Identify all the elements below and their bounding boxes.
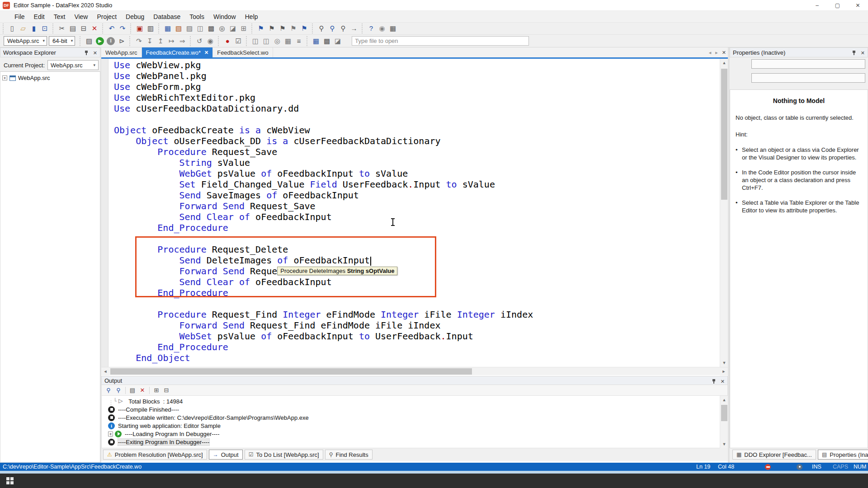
windows-start-icon[interactable] (6, 477, 14, 484)
pin-icon[interactable] (852, 50, 856, 56)
about-icon[interactable]: ◉ (377, 23, 387, 33)
call-stack-icon[interactable]: ◎ (272, 36, 282, 46)
find-in-files-icon[interactable]: ⚲ (338, 23, 348, 33)
compile-project-icon[interactable]: ▨ (84, 36, 94, 46)
step-out-icon[interactable]: ↥ (156, 36, 165, 46)
output-row[interactable]: ----Compile Finished---- (102, 405, 727, 413)
output-row[interactable]: +----Loading Program In Debugger---- (102, 430, 727, 438)
tab-output[interactable]: →Output (209, 450, 243, 460)
menu-window[interactable]: Window (209, 11, 241, 23)
layout-icon[interactable]: ▦ (388, 23, 398, 33)
scroll-tabs-left-icon[interactable]: ◂ (709, 50, 712, 56)
pin-icon[interactable] (84, 50, 89, 56)
editor-vertical-scrollbar[interactable]: ▲ ▼ (720, 59, 728, 367)
output-row[interactable]: ----Executable written: C:\dev\repo\Edit… (102, 413, 727, 422)
menu-text[interactable]: Text (49, 11, 70, 23)
run-icon[interactable]: ▶ (96, 37, 104, 45)
bookmark-next-icon[interactable]: ⚑ (267, 23, 277, 33)
database-explorer-icon[interactable]: ◪ (228, 23, 238, 33)
code-explorer-icon[interactable]: ▧ (174, 23, 184, 33)
maximize-button[interactable]: ▢ (827, 0, 848, 11)
debug-panels-icon[interactable]: ▦ (283, 36, 293, 46)
find-next-icon[interactable]: ⚲ (114, 386, 123, 395)
scroll-down-icon[interactable]: ▼ (720, 440, 728, 448)
pause-icon[interactable]: ‖ (107, 37, 115, 45)
visual-designer-icon[interactable]: ▩ (206, 23, 216, 33)
tab-properties[interactable]: ▤Properties (Inactive) (818, 450, 868, 460)
bookmark-previous-icon[interactable]: ⚑ (256, 23, 266, 33)
tab-find-results[interactable]: ⚲Find Results (325, 450, 373, 460)
database-builder-icon[interactable]: ▩ (322, 36, 332, 46)
watch-window-icon[interactable]: ◫ (250, 36, 260, 46)
tab-ddo-explorer[interactable]: ▦DDO Explorer [Feedbac... (732, 450, 816, 460)
stop-debugging-icon[interactable]: ◉ (205, 36, 215, 46)
tab-todo-list[interactable]: ☑To Do List [WebApp.src] (245, 450, 323, 460)
step-over-icon[interactable]: ↷ (134, 36, 144, 46)
project-selector[interactable]: WebApp.src ▾ (4, 36, 47, 46)
output-log[interactable]: └Total Blocks : 14984----Compile Finishe… (101, 396, 728, 448)
copy-output-icon[interactable]: ▤ (128, 386, 137, 395)
menu-file[interactable]: File (10, 11, 29, 23)
clear-output-icon[interactable]: ✕ (138, 386, 147, 395)
output-row[interactable]: Starting web application: Editor Sample (102, 422, 727, 430)
copy-icon[interactable]: ▤ (68, 23, 78, 33)
class-explorer-icon[interactable]: ◫ (195, 23, 205, 33)
current-project-selector[interactable]: WebApp.src ▾ (47, 60, 99, 70)
breakpoints-icon[interactable]: ☑ (233, 36, 243, 46)
pin-icon[interactable] (712, 379, 716, 385)
minimize-button[interactable]: – (807, 0, 827, 11)
table-explorer-icon[interactable]: ▨ (184, 23, 194, 33)
find-previous-icon[interactable]: ⚲ (104, 386, 113, 395)
run-to-cursor-icon[interactable]: ⊳ (117, 36, 127, 46)
scroll-down-icon[interactable]: ▼ (720, 359, 728, 367)
tab-problem-resolution[interactable]: ⚠Problem Resolution [WebApp.src] (103, 450, 207, 460)
open-file-input[interactable] (352, 36, 529, 46)
find-icon[interactable]: ⚲ (316, 23, 326, 33)
tab-feedbackselect[interactable]: FeedbackSelect.wo (213, 47, 273, 57)
locals-window-icon[interactable]: ◫ (261, 36, 271, 46)
expand-icon[interactable]: + (2, 75, 7, 80)
save-all-icon[interactable]: ⊡ (40, 23, 50, 33)
debug-list-icon[interactable]: ≡ (294, 36, 304, 46)
menu-tools[interactable]: Tools (185, 11, 209, 23)
menu-debug[interactable]: Debug (121, 11, 149, 23)
output-vertical-scrollbar[interactable]: ▲ ▼ (720, 396, 728, 448)
scroll-left-icon[interactable]: ◄ (101, 367, 109, 375)
expand-all-icon[interactable]: ⊞ (152, 386, 161, 395)
sql-manager-icon[interactable]: ◪ (333, 36, 343, 46)
step-into-icon[interactable]: ↧ (145, 36, 155, 46)
new-panel-icon[interactable]: ⊞ (239, 23, 249, 33)
scroll-up-icon[interactable]: ▲ (720, 396, 728, 404)
table-viewer-icon[interactable]: ▦ (311, 36, 321, 46)
code-editor[interactable]: Use cWebView.pkgUse cWebPanel.pkgUse cWe… (101, 59, 728, 367)
tab-webapp-src[interactable]: WebApp.src (101, 47, 142, 57)
collapse-all-icon[interactable]: ⊟ (162, 386, 171, 395)
menu-help[interactable]: Help (241, 11, 263, 23)
class-selector-field[interactable] (751, 73, 865, 83)
cut-icon[interactable]: ✂ (57, 23, 67, 33)
run-to-icon[interactable]: ↦ (166, 36, 176, 46)
menu-database[interactable]: Database (149, 11, 185, 23)
menu-project[interactable]: Project (92, 11, 121, 23)
scroll-right-icon[interactable]: ► (720, 367, 728, 375)
skip-icon[interactable]: ⇒ (177, 36, 187, 46)
editor-horizontal-scrollbar[interactable]: ◄ ► (101, 367, 728, 375)
redo-icon[interactable]: ↷ (118, 23, 127, 33)
find-next-icon[interactable]: ⚲ (327, 23, 337, 33)
bookmark-toggle-icon[interactable]: ⚑ (278, 23, 288, 33)
close-button[interactable]: ✕ (848, 0, 868, 11)
paste-icon[interactable]: ⊟ (79, 23, 89, 33)
help-icon[interactable]: ? (366, 23, 376, 33)
delete-icon[interactable]: ✕ (90, 23, 99, 33)
new-file-icon[interactable]: ▯ (7, 23, 17, 33)
output-row[interactable]: └Total Blocks : 14984 (102, 397, 727, 405)
goto-line-icon[interactable]: → (349, 23, 359, 33)
toggle-breakpoint-icon[interactable]: ● (222, 36, 232, 46)
close-icon[interactable]: ✕ (861, 48, 865, 58)
scrollbar-thumb[interactable] (110, 368, 472, 375)
menu-edit[interactable]: Edit (29, 11, 49, 23)
menu-view[interactable]: View (70, 11, 92, 23)
web-designer-icon[interactable]: ◎ (217, 23, 227, 33)
object-selector-field[interactable] (751, 59, 865, 69)
save-icon[interactable]: ▮ (29, 23, 39, 33)
